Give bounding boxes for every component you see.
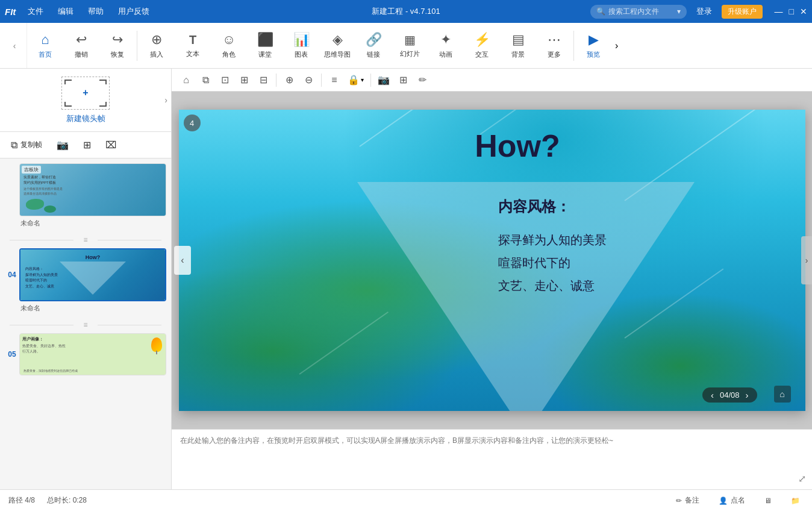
slide-canvas[interactable]: How? 内容风格： 探寻鲜为人知的美景 喧嚣时代下的 文艺、走心、诚意 4 ⌂ bbox=[179, 110, 805, 411]
toolbar-slide[interactable]: ▦ 幻灯片 bbox=[392, 25, 428, 67]
maximize-button[interactable]: □ bbox=[789, 7, 794, 16]
et-align-button[interactable]: ≡ bbox=[326, 72, 343, 89]
slide-thumbnail-4[interactable]: How? 内容风格： 探寻鲜为人知的美景 喧嚣时代下的 文艺、走心、诚意 bbox=[19, 248, 166, 301]
canvas-nav-right-button[interactable]: › bbox=[801, 236, 812, 284]
search-icon: 🔍 bbox=[596, 7, 605, 16]
corner-tl bbox=[64, 80, 72, 84]
nav-back-button[interactable]: ‹ bbox=[6, 37, 23, 54]
counter-next-button[interactable]: › bbox=[746, 390, 749, 400]
copy-frame-button[interactable]: ⧉ 复制帧 bbox=[7, 137, 46, 153]
crop-button[interactable]: ⌧ bbox=[102, 137, 120, 153]
et-zoom-in-button[interactable]: ⊕ bbox=[281, 72, 298, 89]
new-frame-area[interactable]: + 新建镜头帧 › bbox=[0, 69, 171, 132]
folder-button[interactable]: 📁 bbox=[787, 495, 804, 506]
toolbar-mindmap[interactable]: ◈ 思维导图 bbox=[319, 25, 355, 67]
frame-controls: ⧉ 复制帧 📷 ⊞ ⌧ bbox=[0, 132, 171, 158]
titlebar-right: 🔍 搜索工程内文件 ▾ 登录 升级账户 — □ ✕ bbox=[590, 5, 807, 19]
screen-icon: 🖥 bbox=[764, 497, 772, 505]
counter-prev-button[interactable]: ‹ bbox=[711, 390, 714, 400]
et-edit-button[interactable]: ✏ bbox=[414, 72, 431, 89]
insert-icon: ⊕ bbox=[151, 32, 162, 48]
add-slide-button-2[interactable]: ≡ bbox=[78, 318, 93, 332]
close-button[interactable]: ✕ bbox=[800, 7, 807, 16]
interact-icon: ⚡ bbox=[474, 32, 490, 48]
minimize-button[interactable]: — bbox=[775, 7, 783, 16]
toolbar-nav: ‹ bbox=[2, 23, 27, 68]
toolbar-role[interactable]: ☺ 角色 bbox=[211, 25, 247, 67]
toolbar-insert[interactable]: ⊕ 插入 bbox=[139, 25, 175, 67]
canvas-nav-left-button[interactable]: ‹ bbox=[174, 246, 191, 275]
island-shape-2 bbox=[44, 205, 56, 213]
login-button[interactable]: 登录 bbox=[692, 5, 717, 18]
et-screenshot-button[interactable]: 📷 bbox=[375, 72, 392, 89]
chart-label: 图表 bbox=[295, 50, 308, 59]
camera-button[interactable]: 📷 bbox=[53, 137, 72, 153]
chart-icon: 📊 bbox=[293, 32, 310, 48]
link-label: 链接 bbox=[367, 50, 380, 59]
island-shape bbox=[26, 199, 44, 210]
toolbar-animation[interactable]: ✦ 动画 bbox=[428, 25, 464, 67]
toolbar-background[interactable]: ▤ 背景 bbox=[500, 25, 536, 67]
rollcall-icon: 👤 bbox=[719, 497, 728, 505]
slide-item: 吉板块 实景素材，帮你打造 简约实用的PPT模板 这个模板里所有的图片都是是 选… bbox=[5, 163, 166, 216]
window-title: 新建工程 - v4.7.101 bbox=[372, 6, 440, 17]
slide-home-icon-btn[interactable]: ⌂ bbox=[774, 386, 791, 403]
toolbar-chart[interactable]: 📊 图表 bbox=[283, 25, 319, 67]
add-slide-button[interactable]: ≡ bbox=[78, 233, 93, 247]
notes-area: ⤢ bbox=[172, 429, 812, 489]
toolbar-redo[interactable]: ↪ 恢复 bbox=[99, 25, 136, 67]
copy-frame-icon: ⧉ bbox=[11, 140, 17, 151]
et-divider-1 bbox=[276, 74, 276, 87]
slide-content: 内容风格： 探寻鲜为人知的美景 喧嚣时代下的 文艺、走心、诚意 bbox=[498, 197, 607, 297]
toolbar-more[interactable]: ⋯ 更多 bbox=[536, 25, 572, 67]
upgrade-button[interactable]: 升级账户 bbox=[722, 5, 763, 19]
toolbar-undo[interactable]: ↩ 撤销 bbox=[63, 25, 99, 67]
undo-label: 撤销 bbox=[75, 50, 88, 59]
search-box[interactable]: 🔍 搜索工程内文件 ▾ bbox=[590, 5, 687, 19]
et-bring-front-button[interactable]: ⊟ bbox=[255, 72, 272, 89]
text-label: 文本 bbox=[186, 49, 199, 58]
new-frame-label: 新建镜头帧 bbox=[66, 113, 105, 124]
notes-input[interactable] bbox=[180, 436, 804, 483]
et-lock-dropdown[interactable]: 🔒 ▾ bbox=[345, 73, 366, 87]
nav-forward-button[interactable]: › bbox=[615, 40, 618, 51]
separator-icon: ≡ bbox=[83, 236, 87, 244]
editor-area: ⌂ ⧉ ⊡ ⊞ ⊟ ⊕ ⊖ ≡ 🔒 ▾ 📷 ⊞ ✏ ‹ bbox=[172, 69, 812, 489]
corner-br bbox=[99, 102, 107, 107]
status-left: 路径 4/8 总时长: 0:28 bbox=[8, 495, 87, 506]
et-copy-button[interactable]: ⧉ bbox=[197, 72, 214, 89]
et-grid-button[interactable]: ⊞ bbox=[395, 72, 411, 89]
role-icon: ☺ bbox=[222, 32, 236, 48]
menu-file[interactable]: 文件 bbox=[25, 5, 46, 18]
et-cut-button[interactable]: ⊡ bbox=[216, 72, 233, 89]
lock-icon: 🔒 bbox=[348, 74, 360, 86]
et-zoom-out-button[interactable]: ⊖ bbox=[300, 72, 317, 89]
et-send-back-button[interactable]: ⊞ bbox=[236, 72, 252, 89]
crop-icon: ⌧ bbox=[105, 139, 116, 151]
home-label: 首页 bbox=[39, 50, 52, 59]
text-icon: T bbox=[189, 33, 196, 47]
backup-button[interactable]: ✏ 备注 bbox=[672, 494, 703, 507]
scroll-right-icon[interactable]: › bbox=[164, 95, 167, 105]
screen-button[interactable]: 🖥 bbox=[761, 495, 775, 506]
slide-content-line-2: 喧嚣时代下的 bbox=[498, 251, 607, 274]
et-home-button[interactable]: ⌂ bbox=[178, 72, 195, 89]
slide-thumbnail-5[interactable]: 用户画像： 热爱美食、美好边界、热性 行万人路。 热爱美食，深刻地感受到这些品牌… bbox=[19, 333, 166, 375]
menu-help[interactable]: 帮助 bbox=[86, 5, 106, 18]
menu-feedback[interactable]: 用户反馈 bbox=[116, 5, 152, 18]
toolbar-class[interactable]: ⬛ 课堂 bbox=[247, 25, 283, 67]
toolbar-preview[interactable]: ▶ 预览 bbox=[575, 25, 611, 67]
slide-bottom-icons: ⌂ bbox=[774, 386, 791, 403]
notes-expand-button[interactable]: ⤢ bbox=[798, 473, 806, 484]
toolbar-home[interactable]: ⌂ 首页 bbox=[27, 25, 63, 67]
backup-label: 备注 bbox=[685, 495, 699, 506]
titlebar: FIt 文件 编辑 帮助 用户反馈 新建工程 - v4.7.101 🔍 搜索工程… bbox=[0, 0, 812, 23]
transform-button[interactable]: ⊞ bbox=[80, 137, 95, 153]
toolbar-interact[interactable]: ⚡ 交互 bbox=[464, 25, 500, 67]
slide-thumbnail[interactable]: 吉板块 实景素材，帮你打造 简约实用的PPT模板 这个模板里所有的图片都是是 选… bbox=[19, 163, 166, 216]
rollcall-button[interactable]: 👤 点名 bbox=[715, 494, 749, 507]
toolbar-text[interactable]: T 文本 bbox=[175, 25, 211, 67]
toolbar-link[interactable]: 🔗 链接 bbox=[355, 25, 392, 67]
role-label: 角色 bbox=[222, 50, 236, 59]
menu-edit[interactable]: 编辑 bbox=[55, 5, 76, 18]
